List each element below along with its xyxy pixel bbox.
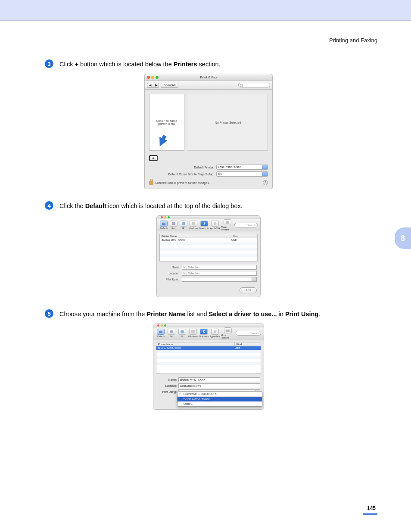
svg-rect-0 — [162, 223, 165, 225]
list-header: Printer Name Kind — [160, 234, 257, 238]
dropdown-item-checked[interactable]: Brother MFC- XXXX CUPS — [177, 392, 262, 396]
toolbar-ip-label: IP — [181, 335, 184, 338]
dropdown-item-highlighted[interactable]: Select a driver to use... — [177, 397, 262, 401]
print-using-select[interactable] — [182, 277, 257, 282]
window-toolbar: ◀ ▶ Show All — [145, 81, 272, 90]
svg-rect-5 — [214, 222, 216, 225]
step-3-post: section. — [197, 61, 221, 68]
minimize-icon[interactable] — [161, 324, 163, 327]
col-printer-name: Printer Name — [156, 342, 235, 346]
list-row-selected[interactable]: Brother MFC- XXXX USB — [156, 346, 261, 350]
location-label: Location: — [157, 384, 177, 387]
step-5: 5 Choose your machine from the Printer N… — [45, 309, 372, 410]
step-4-post: icon which is located at the top of the … — [106, 202, 243, 209]
more-printers-icon — [224, 327, 232, 333]
toolbar-default[interactable]: Default — [159, 221, 168, 230]
name-value: No Selection — [184, 266, 199, 269]
svg-rect-13 — [226, 330, 230, 332]
zoom-icon[interactable] — [164, 324, 166, 327]
toolbar-bluetooth-label: Bluetooth — [199, 335, 209, 338]
bluetooth-icon — [200, 221, 208, 227]
nav-back-button[interactable]: ◀ — [147, 83, 153, 88]
svg-rect-8 — [160, 330, 162, 331]
row-printer-name: Brother MFC- XXXX — [158, 347, 235, 349]
location-field[interactable]: DocMacBookPro — [178, 383, 260, 388]
toolbar-ip[interactable]: IP — [177, 329, 187, 338]
toolbar-default[interactable]: Default — [156, 329, 166, 338]
step-3-pre: Click — [59, 61, 75, 68]
printer-results-list[interactable]: Printer Name Kind Brother MFC- XXXX USB — [159, 234, 258, 261]
toolbar-fax[interactable]: Fax — [169, 221, 178, 230]
toolbar-windows[interactable]: Windows — [188, 329, 198, 338]
toolbar-fax-label: Fax — [171, 227, 175, 230]
dropdown-item-other[interactable]: Other... — [177, 401, 262, 406]
appletalk-icon — [211, 329, 219, 335]
toolbar-fax[interactable]: Fax — [167, 329, 177, 338]
toolbar-more-label: More Printers — [221, 226, 234, 231]
dialog-toolbar: Default Fax IP Windows Bluetooth AppleTa… — [157, 219, 260, 231]
paper-size-value: A4 — [218, 172, 222, 175]
toolbar-more-label: More Printers — [221, 334, 234, 339]
lock-text: Click the lock to prevent further change… — [155, 181, 210, 184]
search-field[interactable] — [238, 83, 270, 87]
list-empty-rows — [160, 242, 257, 257]
step-5-b1: Printer Name — [146, 311, 185, 317]
printer-results-list[interactable]: Printer Name Kind Brother MFC- XXXX USB — [156, 342, 261, 374]
lock-icon[interactable] — [149, 180, 153, 185]
location-field[interactable]: No Selection — [182, 271, 257, 276]
name-field[interactable]: No Selection — [182, 265, 257, 270]
step-3-text: Click + button which is located below th… — [59, 59, 221, 68]
name-field[interactable]: Brother MFC- XXXX — [178, 377, 260, 382]
toolbar-windows-label: Windows — [189, 227, 198, 230]
step-4-pre: Click the — [59, 202, 85, 209]
toolbar-appletalk[interactable]: AppleTalk — [210, 329, 220, 338]
toolbar-windows-label: Windows — [188, 335, 198, 338]
list-header: Printer Name Kind — [156, 342, 261, 346]
nav-forward-button[interactable]: ▶ — [153, 83, 159, 88]
content-area: 3 Click + button which is located below … — [45, 59, 372, 422]
default-printer-label: Default Printer: — [194, 166, 214, 169]
location-value: DocMacBookPro — [180, 384, 201, 387]
add-printer-dialog-2-wrapper: Default Fax IP Windows Bluetooth AppleTa… — [153, 324, 264, 410]
add-button[interactable]: Add — [240, 287, 257, 293]
row-kind: USB — [235, 347, 259, 349]
default-printer-select[interactable]: Last Printer Used — [216, 165, 268, 170]
toolbar-windows[interactable]: Windows — [189, 221, 198, 230]
paper-size-select[interactable]: A4 — [216, 171, 268, 177]
dialog-toolbar: Default Fax IP Windows Bluetooth AppleTa… — [153, 327, 264, 339]
close-icon[interactable] — [157, 324, 159, 327]
nav-buttons[interactable]: ◀ ▶ — [147, 83, 159, 88]
traffic-lights[interactable] — [159, 216, 170, 218]
print-using-dropdown[interactable]: Brother MFC- XXXX CUPS Select a driver t… — [177, 391, 262, 407]
help-button[interactable]: ? — [263, 180, 268, 185]
minimize-icon[interactable] — [164, 216, 166, 218]
callout-arrow-icon — [156, 137, 168, 149]
chapter-tab: 8 — [395, 227, 411, 249]
dialog-search-field[interactable]: Search — [236, 331, 261, 336]
row-kind: USB — [231, 239, 255, 241]
step-3-b2: Printers — [174, 61, 197, 68]
list-row[interactable]: Brother MFC- XXXX USB — [160, 238, 257, 242]
page-header-section: Printing and Faxing — [329, 37, 377, 44]
svg-rect-11 — [191, 330, 195, 333]
toolbar-more-printers[interactable]: More Printers — [221, 219, 234, 231]
search-placeholder: Search — [247, 223, 255, 228]
close-icon[interactable] — [161, 216, 163, 218]
svg-rect-4 — [192, 222, 195, 225]
step-4-b1: Default — [85, 202, 106, 209]
traffic-lights[interactable] — [155, 324, 166, 327]
col-kind: Kind — [235, 342, 261, 346]
toolbar-bluetooth[interactable]: Bluetooth — [199, 221, 209, 230]
toolbar-appletalk-label: AppleTalk — [210, 335, 220, 338]
toolbar-more-printers[interactable]: More Printers — [221, 327, 234, 339]
printer-detail-pane: No Printer Selected — [188, 94, 268, 151]
col-printer-name: Printer Name — [160, 234, 231, 238]
toolbar-bluetooth[interactable]: Bluetooth — [199, 329, 209, 338]
dialog-search-field[interactable]: Search — [234, 223, 258, 227]
toolbar-ip[interactable]: IP — [179, 221, 188, 230]
show-all-button[interactable]: Show All — [161, 83, 178, 88]
add-printer-button[interactable]: + — [149, 155, 158, 161]
printers-list[interactable]: Click + to add a printer or fax — [149, 94, 184, 151]
zoom-icon[interactable] — [168, 216, 170, 218]
toolbar-appletalk[interactable]: AppleTalk — [210, 221, 220, 230]
